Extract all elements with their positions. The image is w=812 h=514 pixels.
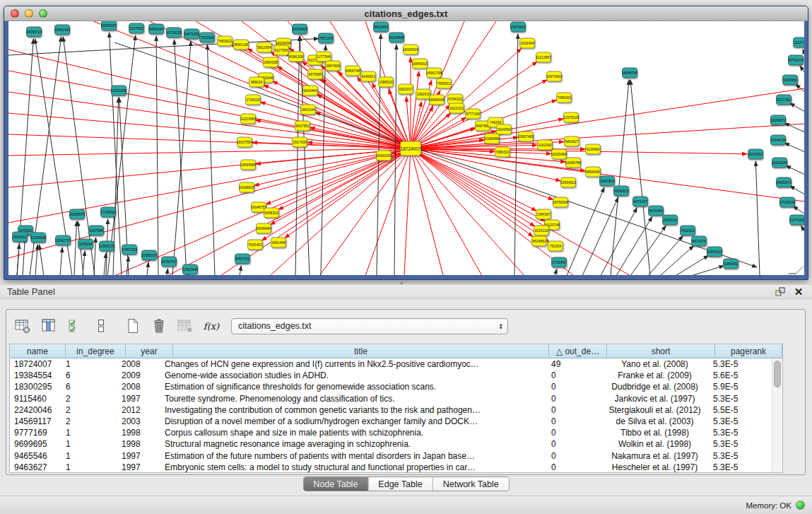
cell-out_de[interactable]: 0	[547, 439, 601, 449]
cell-in_degree[interactable]: 1	[61, 359, 117, 369]
network-node[interactable]: 9474444	[648, 206, 664, 216]
cell-name[interactable]: 19384554	[10, 370, 61, 380]
column-header-name[interactable]: name	[10, 344, 66, 358]
cell-name[interactable]: 9699695	[10, 439, 61, 449]
network-node[interactable]: 1145194	[78, 239, 93, 250]
network-node[interactable]: 1917008	[292, 137, 307, 148]
network-node[interactable]: 15692971	[776, 177, 792, 188]
network-node[interactable]: 8466160	[148, 24, 164, 35]
network-node[interactable]: 12975115	[563, 112, 579, 123]
cell-out_de[interactable]: 0	[547, 416, 601, 426]
cell-title[interactable]: Disruption of a novel member of a sodium…	[160, 416, 547, 426]
cell-pagerank[interactable]: 5.3E-5	[709, 416, 772, 426]
network-node[interactable]: 9146821	[360, 71, 376, 82]
table-row[interactable]: 1456911722003Disruption of a novel membe…	[10, 416, 772, 427]
cell-title[interactable]: Corpus callosum shape and size in male p…	[160, 428, 547, 438]
network-node[interactable]: 11675338	[789, 215, 804, 226]
cell-short[interactable]: Dudbridge et al. (2008)	[601, 382, 709, 392]
network-node[interactable]: 17359928	[100, 207, 116, 218]
cell-in_degree[interactable]: 1	[61, 439, 117, 449]
network-node[interactable]: 12213967	[536, 52, 551, 63]
network-node[interactable]: 1588520	[378, 77, 394, 88]
table-row[interactable]: 946554611997Estimation of the future num…	[10, 450, 772, 462]
table-row[interactable]: 969969511998Structural magnetic resonanc…	[10, 438, 772, 450]
cell-title[interactable]: Changes of HCN gene expression and I(f) …	[160, 359, 547, 369]
cell-short[interactable]: Jankovic et al. (1997)	[601, 394, 709, 404]
network-node[interactable]: 1384067	[536, 209, 551, 220]
function-builder-button[interactable]: f(x)	[202, 317, 220, 335]
network-node[interactable]: 1112748	[793, 37, 804, 48]
network-node[interactable]: 9463627	[564, 136, 579, 147]
network-node[interactable]: 9427552	[295, 121, 310, 132]
cell-in_degree[interactable]: 2	[61, 394, 117, 404]
scrollbar-thumb[interactable]	[774, 361, 781, 387]
cell-short[interactable]: Yano et al. (2008)	[601, 359, 709, 369]
network-node[interactable]: 18099484	[256, 223, 271, 234]
network-node[interactable]: 2867608	[325, 61, 341, 71]
zoom-window-button[interactable]	[39, 9, 47, 18]
network-node[interactable]: 9245652	[723, 259, 739, 269]
network-canvas[interactable]: 1872400724055724206914061065528715276028…	[8, 21, 804, 275]
cell-out_de[interactable]: 0	[547, 370, 601, 380]
delete-table-button-disabled[interactable]	[176, 317, 194, 335]
column-header-title[interactable]: title	[173, 344, 549, 358]
cell-short[interactable]: Hescheler et al. (1997)	[601, 462, 709, 472]
close-window-button[interactable]	[11, 9, 19, 18]
network-hub-node[interactable]: 18724007	[400, 141, 421, 156]
network-node[interactable]: 2718126	[245, 95, 261, 105]
network-node[interactable]: 10654112	[707, 247, 722, 257]
network-node[interactable]: 16053809	[292, 24, 307, 35]
network-node[interactable]: 15654923	[560, 177, 576, 188]
cell-name[interactable]: 14569117	[10, 416, 61, 426]
tab-node-table[interactable]: Node Table	[303, 477, 367, 491]
network-node[interactable]: 17016534	[779, 197, 795, 208]
cell-out_de[interactable]: 0	[547, 451, 601, 461]
column-header-in_degree[interactable]: in_degree	[66, 344, 126, 358]
cell-year[interactable]: 2012	[117, 405, 160, 415]
network-node[interactable]: 1162160	[537, 140, 553, 151]
cell-in_degree[interactable]: 2	[61, 405, 117, 415]
cell-year[interactable]: 2003	[117, 416, 160, 426]
network-node[interactable]: 18300295	[376, 151, 392, 161]
network-node[interactable]: 16782753	[161, 257, 177, 267]
cell-year[interactable]: 2009	[117, 370, 160, 380]
network-node[interactable]: 1733426	[551, 257, 567, 268]
memory-status-indicator[interactable]	[796, 501, 805, 510]
network-window-titlebar[interactable]: citations_edges.txt	[4, 6, 808, 21]
tab-edge-table[interactable]: Edge Table	[367, 477, 432, 491]
column-header-short[interactable]: short	[607, 344, 715, 358]
cell-out_de[interactable]: 0	[547, 394, 601, 404]
table-vertical-scrollbar[interactable]	[772, 358, 782, 472]
network-node[interactable]: 16210643	[772, 158, 787, 168]
cell-in_degree[interactable]: 6	[61, 382, 117, 392]
table-selector-combobox[interactable]: citations_edges.txt ▲▼	[231, 318, 508, 334]
network-node[interactable]: 752254	[548, 241, 563, 252]
network-node[interactable]: 8454749	[345, 66, 360, 76]
network-node[interactable]: 9660128	[233, 40, 249, 50]
network-node[interactable]: 16648784	[622, 68, 637, 78]
network-node[interactable]: 10958107	[141, 250, 157, 261]
network-node[interactable]: 1527602	[129, 23, 144, 34]
network-node[interactable]: 2803144	[300, 105, 316, 115]
network-node[interactable]: 15751074	[788, 55, 804, 66]
cell-year[interactable]: 1997	[117, 394, 160, 404]
select-all-button[interactable]	[66, 317, 84, 335]
network-node[interactable]: 989018	[249, 77, 264, 88]
network-node[interactable]: 19654985	[240, 160, 256, 170]
network-node[interactable]: 1615132	[534, 226, 549, 236]
cell-year[interactable]: 1997	[117, 462, 160, 472]
cell-in_degree[interactable]: 1	[61, 451, 117, 461]
column-header-out_de[interactable]: △ out_de…	[549, 344, 607, 358]
cell-year[interactable]: 1998	[117, 439, 160, 449]
network-node[interactable]: 16961758	[426, 68, 442, 78]
network-node[interactable]: 9777169	[465, 109, 481, 119]
cell-year[interactable]: 2008	[117, 382, 160, 392]
network-node[interactable]: 9524851	[531, 236, 547, 247]
cell-name[interactable]: 9777169	[10, 428, 61, 438]
cell-in_degree[interactable]: 1	[61, 428, 117, 438]
network-node[interactable]: 9329966	[782, 75, 798, 86]
cell-short[interactable]: de Silva et al. (2003)	[601, 416, 709, 426]
network-node[interactable]: 19166825	[239, 182, 254, 193]
cell-pagerank[interactable]: 5.9E-5	[709, 382, 772, 392]
network-node[interactable]: 12093872	[770, 115, 786, 126]
